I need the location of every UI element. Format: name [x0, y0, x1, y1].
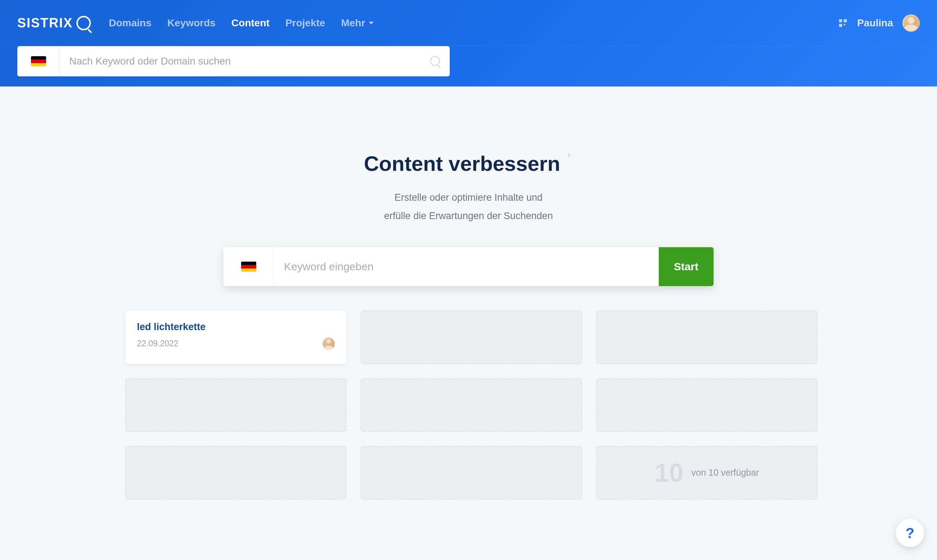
start-button[interactable]: Start — [659, 247, 714, 286]
apps-grid-icon[interactable] — [838, 18, 848, 28]
help-icon[interactable]: ? — [565, 153, 573, 162]
logo-text: SISTRIX — [17, 15, 73, 31]
author-avatar — [323, 338, 335, 350]
card-date: 22.09.2022 — [137, 339, 178, 348]
nav-label: Keywords — [167, 17, 215, 29]
page-title-wrap: Content verbessern ? — [364, 151, 573, 175]
nav-label: Domains — [109, 17, 151, 29]
avatar[interactable] — [902, 14, 920, 32]
nav-label: Content — [231, 17, 269, 29]
search-input[interactable] — [60, 46, 421, 76]
subtitle-line: erfülle die Erwartungen der Suchenden — [125, 207, 812, 225]
recent-grid: led lichterkette 22.09.2022 10 von 10 ve… — [125, 311, 817, 500]
svg-rect-2 — [839, 24, 843, 27]
svg-rect-0 — [839, 19, 843, 22]
hero: Content verbessern ? Erstelle oder optim… — [125, 151, 812, 286]
keyword-search: Start — [223, 247, 714, 286]
nav-content[interactable]: Content — [231, 17, 269, 29]
empty-slot — [597, 378, 817, 432]
logo[interactable]: SISTRIX — [17, 15, 91, 31]
empty-slot — [125, 378, 346, 432]
app-header: SISTRIX Domains Keywords Content Projekt… — [0, 0, 937, 86]
availability-slot: 10 von 10 verfügbar — [597, 446, 817, 500]
user-name[interactable]: Paulina — [857, 17, 893, 29]
empty-slot — [125, 446, 346, 500]
nav-label: Projekte — [285, 17, 325, 29]
main-content: Content verbessern ? Erstelle oder optim… — [108, 86, 829, 521]
content-card[interactable]: led lichterkette 22.09.2022 — [125, 311, 346, 364]
page-title: Content verbessern — [364, 151, 560, 175]
svg-rect-1 — [844, 19, 847, 22]
card-title: led lichterkette — [137, 322, 335, 332]
empty-slot — [597, 311, 817, 364]
page-subtitle: Erstelle oder optimiere Inhalte und erfü… — [125, 188, 812, 226]
country-selector[interactable] — [17, 46, 60, 76]
search-button[interactable] — [421, 46, 450, 76]
chevron-down-icon — [369, 22, 374, 25]
subtitle-line: Erstelle oder optimiere Inhalte und — [125, 188, 812, 207]
main-nav: Domains Keywords Content Projekte Mehr — [109, 17, 374, 29]
header-top: SISTRIX Domains Keywords Content Projekt… — [0, 0, 937, 46]
magnifier-icon — [76, 16, 91, 30]
remaining-count: 10 — [654, 458, 683, 488]
card-meta: 22.09.2022 — [137, 338, 335, 350]
header-search-row — [0, 46, 937, 86]
empty-slot — [361, 446, 582, 500]
header-right: Paulina — [838, 14, 920, 32]
nav-label: Mehr — [341, 17, 365, 29]
empty-slot — [361, 311, 582, 364]
svg-rect-3 — [844, 24, 845, 25]
help-fab[interactable]: ? — [896, 519, 924, 521]
global-search — [17, 46, 450, 76]
nav-domains[interactable]: Domains — [109, 17, 151, 29]
keyword-input[interactable] — [274, 247, 659, 286]
empty-slot — [361, 378, 582, 432]
flag-de-icon — [31, 56, 46, 66]
availability-text: von 10 verfügbar — [692, 468, 759, 478]
nav-mehr[interactable]: Mehr — [341, 17, 374, 29]
flag-de-icon — [241, 262, 256, 272]
nav-keywords[interactable]: Keywords — [167, 17, 215, 29]
nav-projekte[interactable]: Projekte — [285, 17, 325, 29]
search-icon — [430, 56, 441, 67]
keyword-country-selector[interactable] — [223, 247, 274, 286]
